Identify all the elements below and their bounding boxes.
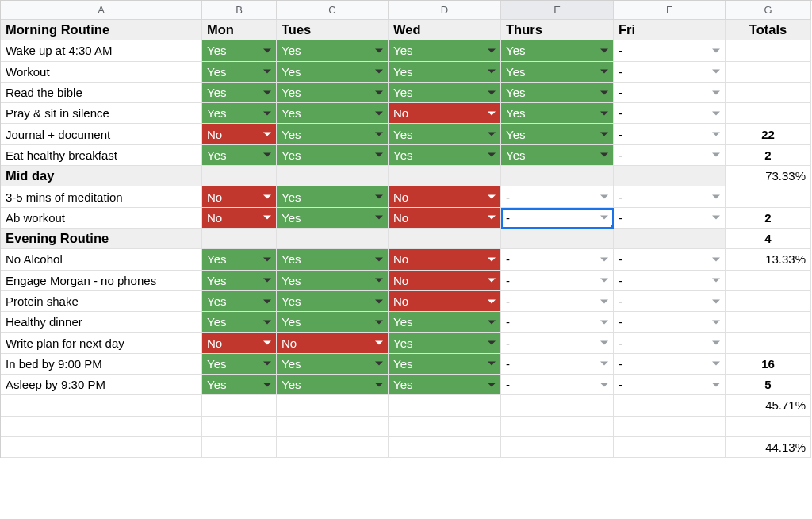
total-cell[interactable]: 2	[726, 208, 811, 229]
selected-cell[interactable]: -	[501, 208, 614, 229]
blank-cell[interactable]	[1, 395, 202, 416]
total-cell[interactable]: 5	[726, 375, 811, 395]
blank-cell[interactable]	[1, 417, 202, 437]
cell-dropdown[interactable]: Yes	[202, 62, 277, 83]
cell-dropdown[interactable]: Yes	[389, 354, 501, 375]
spreadsheet-grid[interactable]: A B C D E F G Morning Routine Mon Tues W…	[0, 0, 812, 458]
cell-dropdown[interactable]: Yes	[501, 145, 614, 166]
blank-cell[interactable]	[277, 229, 389, 249]
cell-dropdown[interactable]: Yes	[277, 62, 389, 83]
blank-cell[interactable]	[614, 417, 726, 437]
task-label[interactable]: Pray & sit in silence	[1, 103, 202, 124]
cell-dropdown[interactable]: -	[501, 271, 614, 291]
section-percent[interactable]: 73.33%	[726, 166, 811, 186]
blank-cell[interactable]	[277, 395, 389, 416]
header-wed[interactable]: Wed	[389, 20, 501, 40]
header-tues[interactable]: Tues	[277, 20, 389, 40]
cell-dropdown[interactable]: -	[614, 40, 726, 61]
header-mon[interactable]: Mon	[202, 20, 277, 40]
cell-dropdown[interactable]: -	[501, 186, 614, 207]
cell-dropdown[interactable]: Yes	[202, 271, 277, 291]
col-header-f[interactable]: F	[614, 1, 726, 20]
cell-dropdown[interactable]: Yes	[277, 40, 389, 61]
task-label[interactable]: Protein shake	[1, 291, 202, 312]
section-evening[interactable]: Evening Routine	[1, 229, 202, 249]
cell-dropdown[interactable]: No	[389, 103, 501, 124]
cell-dropdown[interactable]: -	[614, 208, 726, 229]
cell-dropdown[interactable]: Yes	[202, 312, 277, 333]
total-cell[interactable]: 2	[726, 145, 811, 166]
cell-dropdown[interactable]: -	[614, 62, 726, 83]
task-label[interactable]: In bed by 9:00 PM	[1, 354, 202, 375]
cell-dropdown[interactable]: No	[202, 186, 277, 207]
cell-dropdown[interactable]: Yes	[277, 271, 389, 291]
cell-dropdown[interactable]: -	[614, 291, 726, 312]
total-cell[interactable]	[726, 83, 811, 103]
task-label[interactable]: 3-5 mins of meditation	[1, 186, 202, 207]
cell-dropdown[interactable]: Yes	[389, 40, 501, 61]
cell-dropdown[interactable]: -	[501, 249, 614, 270]
cell-dropdown[interactable]: Yes	[202, 354, 277, 375]
blank-cell[interactable]	[726, 417, 811, 437]
blank-cell[interactable]	[501, 437, 614, 458]
blank-cell[interactable]	[1, 437, 202, 458]
cell-dropdown[interactable]: -	[501, 291, 614, 312]
task-label[interactable]: Eat healthy breakfast	[1, 145, 202, 166]
cell-dropdown[interactable]: No	[389, 186, 501, 207]
cell-dropdown[interactable]: No	[389, 291, 501, 312]
cell-dropdown[interactable]: Yes	[389, 145, 501, 166]
total-cell[interactable]	[726, 40, 811, 61]
col-header-b[interactable]: B	[202, 1, 277, 20]
col-header-d[interactable]: D	[389, 1, 501, 20]
blank-cell[interactable]	[277, 417, 389, 437]
blank-cell[interactable]	[389, 229, 501, 249]
col-header-e[interactable]: E	[501, 1, 614, 20]
cell-dropdown[interactable]: Yes	[389, 83, 501, 103]
cell-dropdown[interactable]: No	[389, 208, 501, 229]
total-cell[interactable]	[726, 291, 811, 312]
blank-cell[interactable]	[614, 229, 726, 249]
total-cell[interactable]: 16	[726, 354, 811, 375]
cell-dropdown[interactable]: Yes	[277, 145, 389, 166]
blank-cell[interactable]	[202, 417, 277, 437]
section-total[interactable]: 4	[726, 229, 811, 249]
cell-dropdown[interactable]: -	[614, 375, 726, 395]
task-label[interactable]: Ab workout	[1, 208, 202, 229]
total-cell[interactable]	[726, 186, 811, 207]
section-morning[interactable]: Morning Routine	[1, 20, 202, 40]
blank-cell[interactable]	[277, 166, 389, 186]
blank-cell[interactable]	[501, 395, 614, 416]
total-cell[interactable]	[726, 103, 811, 124]
task-label[interactable]: Engage Morgan - no phones	[1, 271, 202, 291]
cell-dropdown[interactable]: Yes	[389, 375, 501, 395]
cell-dropdown[interactable]: Yes	[389, 312, 501, 333]
cell-dropdown[interactable]: -	[614, 83, 726, 103]
blank-cell[interactable]	[389, 166, 501, 186]
blank-cell[interactable]	[501, 229, 614, 249]
cell-dropdown[interactable]: -	[614, 312, 726, 333]
total-cell[interactable]: 13.33%	[726, 249, 811, 270]
task-label[interactable]: Journal + document	[1, 124, 202, 144]
cell-dropdown[interactable]: Yes	[501, 124, 614, 144]
cell-dropdown[interactable]: -	[614, 186, 726, 207]
cell-dropdown[interactable]: Yes	[202, 291, 277, 312]
blank-cell[interactable]	[202, 437, 277, 458]
blank-cell[interactable]	[389, 417, 501, 437]
cell-dropdown[interactable]: Yes	[501, 62, 614, 83]
cell-dropdown[interactable]: Yes	[277, 249, 389, 270]
task-label[interactable]: Wake up at 4:30 AM	[1, 40, 202, 61]
total-cell[interactable]: 22	[726, 124, 811, 144]
task-label[interactable]: Healthy dinner	[1, 312, 202, 333]
blank-cell[interactable]	[614, 166, 726, 186]
cell-dropdown[interactable]: No	[202, 124, 277, 144]
blank-cell[interactable]	[614, 437, 726, 458]
cell-dropdown[interactable]: Yes	[389, 62, 501, 83]
cell-dropdown[interactable]: Yes	[277, 124, 389, 144]
cell-dropdown[interactable]: Yes	[277, 103, 389, 124]
cell-dropdown[interactable]: Yes	[277, 375, 389, 395]
cell-dropdown[interactable]: -	[501, 333, 614, 353]
blank-cell[interactable]	[389, 395, 501, 416]
col-header-c[interactable]: C	[277, 1, 389, 20]
col-header-g[interactable]: G	[726, 1, 811, 20]
total-cell[interactable]	[726, 271, 811, 291]
